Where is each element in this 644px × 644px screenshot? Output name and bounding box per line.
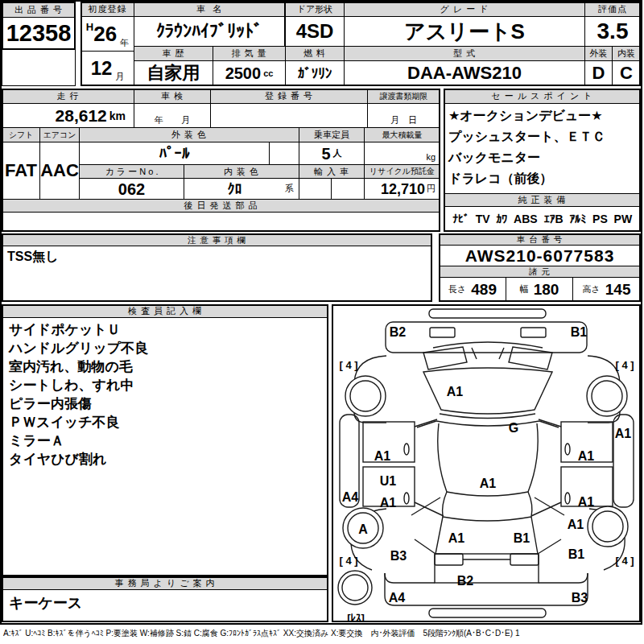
aircon-value: AAC	[39, 142, 80, 200]
notes-header: 注 意 事 項 欄	[2, 233, 432, 246]
mileage-header: 走 行	[2, 89, 134, 104]
notes-value: TSS無し	[2, 246, 432, 302]
windshield	[436, 414, 539, 426]
shaken-value: 年 月	[134, 103, 211, 128]
damage-mark: [ 4 ]	[339, 359, 357, 371]
office-header: 事 務 局 よ り ご 案 内	[2, 576, 328, 590]
sales-points-list: ★オークションデビュー★プッシュスタート、ＥＴＣバックモニタードラレコ（前後）	[444, 103, 641, 194]
sales-point: バックモニター	[448, 147, 636, 168]
max-load-value: kg	[364, 142, 440, 165]
damage-mark: U1	[380, 474, 397, 488]
first-reg-header: 初度登録	[80, 2, 134, 17]
damage-mark: A1	[380, 496, 397, 510]
damage-mark: B3	[390, 549, 407, 563]
fuel-value: ｶﾞｿﾘﾝ	[285, 60, 345, 86]
car-damage-diagram: B2B1[ 4 ][ 4 ]A1GA1A1A1A1U1A4A1A1AA1A1B1…	[333, 306, 639, 621]
aircon-header: エアコン	[39, 127, 80, 142]
damage-mark: A1	[447, 385, 464, 398]
damage-mark: B1	[514, 531, 530, 545]
capacity-value: 5人	[299, 142, 365, 165]
right-headlight	[509, 347, 552, 369]
dim-height: 高さ145	[572, 277, 641, 302]
shaken-header: 車 検	[134, 89, 211, 104]
color-no-header: カ ラ ー N o .	[79, 164, 184, 179]
dim-width: 幅180	[506, 277, 573, 302]
import-cell-1	[299, 178, 332, 200]
auction-no-value: 12358	[2, 17, 76, 50]
int-color-value: ｸﾛ系	[184, 178, 299, 200]
history-value: 自家用	[134, 60, 213, 86]
damage-mark: G	[509, 421, 518, 435]
damage-mark: B1	[571, 325, 588, 339]
spare-tire	[338, 571, 372, 605]
trunk	[435, 554, 539, 583]
car-name-header: 車 名	[134, 2, 285, 17]
ext-color-extra-cell	[269, 142, 299, 165]
rear-molding	[429, 609, 546, 617]
interior-header: 内装	[612, 46, 641, 61]
capacity-header: 乗車定員	[299, 127, 365, 142]
era-letter: H	[86, 22, 93, 32]
shift-value: FAT	[2, 142, 40, 200]
damage-mark: A4	[342, 490, 359, 504]
model-code-value: DAA-AWS210	[344, 60, 585, 86]
inspector-note: 室内汚れ、動物の毛	[9, 357, 321, 376]
front-left-wheel	[345, 376, 386, 416]
inspector-note: タイヤひび割れ	[9, 450, 321, 469]
later-parts-header: 後 日 発 送 部 品	[2, 199, 440, 213]
reg-no-header: 登 録 番 号	[210, 89, 368, 104]
history-header: 車 歴	[134, 46, 213, 61]
hood	[423, 368, 552, 414]
grade-header: グ レ ー ド	[344, 2, 585, 17]
door-handle	[565, 444, 570, 455]
recycle-header: リサイクル預託金	[364, 164, 440, 179]
dim-length: 長さ489	[439, 277, 506, 302]
front-right-wheel	[587, 376, 627, 416]
damage-mark: [ 4 ]	[339, 555, 357, 567]
door-header: ドア形状	[285, 2, 345, 17]
grade-value: アスリートS	[344, 16, 585, 47]
damage-mark: A1	[448, 531, 465, 545]
damage-mark: [ﾚｽ]	[347, 612, 365, 621]
max-load-header: 最大積載量	[364, 127, 440, 142]
damage-mark: B2	[457, 574, 474, 588]
import-header: 輸 入 車	[299, 164, 365, 179]
inspector-note: ピラー内張傷	[9, 394, 321, 413]
door-value: 4SD	[285, 16, 345, 47]
damage-mark: B3	[572, 591, 588, 605]
damage-mark: B1	[568, 547, 585, 561]
front-molding	[429, 309, 546, 318]
inspector-list: サイドポケットＵハンドルグリップ不良室内汚れ、動物の毛シートしわ、すれ中ピラー内…	[2, 317, 328, 576]
displacement-header: 排 気 量	[213, 46, 286, 61]
door-handle	[404, 493, 409, 504]
sales-point: ドラレコ（前後）	[448, 168, 636, 189]
damage-mark: B2	[390, 325, 407, 339]
damage-mark: A1	[578, 495, 595, 509]
color-no-value: 062	[79, 178, 184, 200]
rear-right-wheel	[588, 506, 628, 547]
mileage-value: 28,612km	[2, 103, 134, 128]
shift-header: シフト	[2, 127, 40, 142]
score-value: 3.5	[584, 16, 641, 47]
recycle-value: 12,710円	[364, 178, 440, 200]
sales-point: プッシュスタート、ＥＴＣ	[448, 126, 636, 147]
damage-mark: [ 4 ]	[615, 555, 634, 567]
exterior-header: 外装	[584, 46, 613, 61]
damage-mark: A	[358, 522, 368, 536]
reg-no-value	[210, 103, 368, 128]
damage-mark: A1	[578, 449, 595, 463]
front-bumper	[386, 322, 587, 353]
auction-no-header: 出 品 番 号	[2, 2, 76, 18]
ext-color-value: ﾊﾟｰﾙ	[79, 142, 270, 165]
damage-mark: [ 4 ]	[615, 359, 634, 371]
auction-sheet: 出 品 番 号 12358 初度登録 H26年 12月 車 名 ｸﾗｳﾝﾊｲﾌﾞ…	[0, 0, 644, 644]
damage-mark: A1	[480, 477, 497, 490]
first-reg-month: 12月	[80, 51, 134, 86]
damage-mark: A4	[389, 591, 406, 605]
first-reg-year: H26年	[80, 16, 134, 52]
door-handle	[404, 444, 409, 455]
displacement-value: 2500cc	[213, 60, 286, 86]
dimensions-header: 諸 元	[439, 266, 641, 278]
inspector-note: サイドポケットＵ	[9, 320, 321, 339]
exterior-grade: D	[584, 60, 613, 86]
